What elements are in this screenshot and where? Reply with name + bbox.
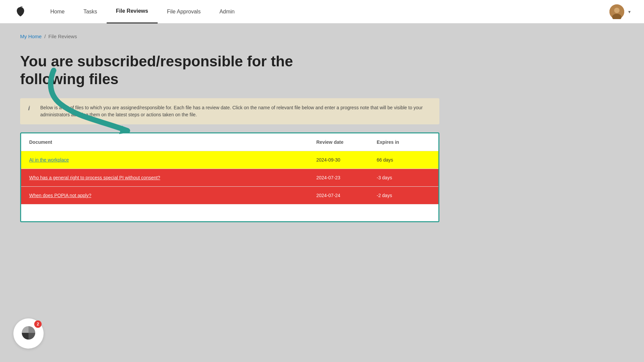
doc-link-1[interactable]: AI in the workplace xyxy=(29,157,316,163)
navbar: Home Tasks File Reviews File Approvals A… xyxy=(0,0,644,23)
expires-in-2: -3 days xyxy=(377,175,430,180)
expires-in-3: -2 days xyxy=(377,193,430,198)
app-logo[interactable] xyxy=(13,5,28,19)
col-expires-in: Expires in xyxy=(377,139,430,145)
avatar[interactable] xyxy=(609,4,624,19)
doc-link-3[interactable]: When does POPIA not apply? xyxy=(29,193,316,198)
breadcrumb-separator: / xyxy=(44,34,46,39)
doc-link-2[interactable]: Who has a general right to process speci… xyxy=(29,175,316,180)
breadcrumb: My Home / File Reviews xyxy=(20,34,449,39)
page-heading: You are subscribed/responsible for the f… xyxy=(20,53,322,88)
info-box: i Below is a list of files to which you … xyxy=(20,98,439,124)
col-review-date: Review date xyxy=(316,139,377,145)
table-card: Document Review date Expires in AI in th… xyxy=(20,132,439,222)
table-row: When does POPIA not apply? 2024-07-24 -2… xyxy=(21,187,438,204)
navbar-right: ▾ xyxy=(609,4,631,19)
expires-in-1: 66 days xyxy=(377,157,430,163)
nav-file-approvals[interactable]: File Approvals xyxy=(158,0,210,23)
table-row: Who has a general right to process speci… xyxy=(21,169,438,187)
info-icon: i xyxy=(28,104,35,112)
breadcrumb-home[interactable]: My Home xyxy=(20,34,42,39)
nav-file-reviews[interactable]: File Reviews xyxy=(107,0,158,23)
svg-point-1 xyxy=(614,8,620,13)
widget-icon xyxy=(20,325,37,342)
breadcrumb-current: File Reviews xyxy=(48,34,77,39)
col-document: Document xyxy=(29,139,316,145)
widget-badge: 2 xyxy=(34,320,42,328)
review-date-1: 2024-09-30 xyxy=(316,157,377,163)
review-date-2: 2024-07-23 xyxy=(316,175,377,180)
nav-tasks[interactable]: Tasks xyxy=(74,0,107,23)
table-row: AI in the workplace 2024-09-30 66 days xyxy=(21,151,438,169)
page-content: My Home / File Reviews You are subscribe… xyxy=(0,23,470,232)
table-header: Document Review date Expires in xyxy=(21,133,438,151)
nav-home[interactable]: Home xyxy=(41,0,74,23)
review-date-3: 2024-07-24 xyxy=(316,193,377,198)
chevron-down-icon[interactable]: ▾ xyxy=(628,9,631,14)
table-row-empty xyxy=(21,204,438,221)
bottom-widget[interactable]: 2 xyxy=(13,318,44,349)
info-text: Below is a list of files to which you ar… xyxy=(40,104,431,118)
nav-admin[interactable]: Admin xyxy=(210,0,244,23)
nav-links: Home Tasks File Reviews File Approvals A… xyxy=(41,0,609,23)
